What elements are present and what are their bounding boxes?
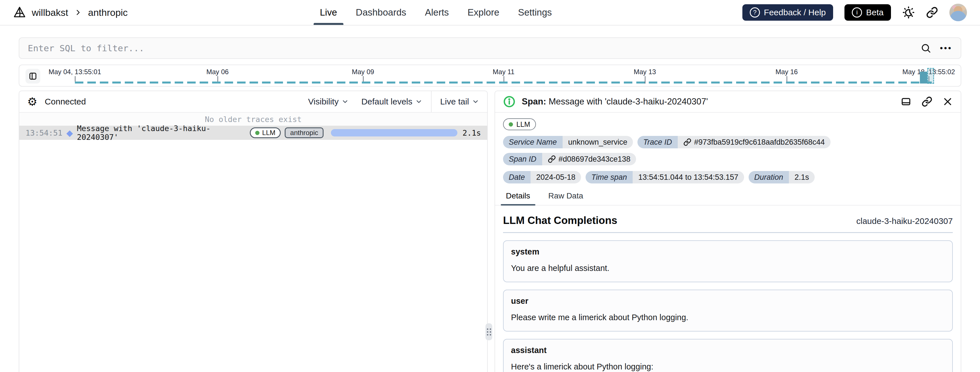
copy-link-button[interactable] [921, 96, 932, 107]
link-icon [548, 155, 556, 163]
tab-raw-data[interactable]: Raw Data [546, 192, 586, 205]
timeline-dashed-baseline [75, 82, 934, 84]
divider [431, 91, 431, 112]
settings-gear-icon[interactable]: ⚙ [27, 96, 37, 107]
chevron-right-icon [74, 9, 82, 16]
service-name-pill: Service Name unknown_service [503, 136, 633, 148]
timeline-histogram-bar [920, 71, 927, 84]
close-icon[interactable] [943, 97, 953, 107]
span-id-pill[interactable]: Span ID #d08697de343ce138 [503, 153, 636, 165]
span-title: Span: Message with 'claude-3-haiku-20240… [522, 97, 708, 107]
duration-pill: Duration 2.1s [749, 171, 815, 184]
llm-tag: LLM [250, 127, 281, 138]
duration-bar [331, 129, 457, 136]
date-pill: Date 2024-05-18 [503, 171, 581, 184]
section-title: LLM Chat Completions [503, 215, 617, 226]
info-circle-green-icon [503, 95, 515, 108]
user-avatar[interactable] [950, 4, 967, 21]
trace-id-pill[interactable]: Trace ID #973fba5919cf9c618aafdb2635f68c… [638, 136, 830, 148]
message-card-assistant: assistant Here's a limerick about Python… [503, 339, 953, 372]
breadcrumb: willbakst anthropic [13, 0, 127, 25]
timeline-panel[interactable]: May 04, 13:55:01 May 06 May 09 May 11 Ma… [19, 65, 961, 87]
connection-status: Connected [45, 97, 86, 106]
tab-alerts[interactable]: Alerts [425, 0, 449, 25]
more-options-button[interactable]: ••• [940, 44, 952, 52]
panel-resize-handle[interactable] [485, 323, 492, 340]
info-circle-icon: i [852, 7, 862, 17]
chevron-down-icon [341, 98, 349, 105]
breadcrumb-project[interactable]: anthropic [88, 7, 127, 18]
time-span-pill: Time span 13:54:51.044 to 13:54:53.157 [585, 171, 744, 184]
model-name: claude-3-haiku-20240307 [856, 216, 953, 226]
timeline-selection-region[interactable] [927, 68, 934, 84]
theme-toggle-button[interactable] [902, 6, 915, 19]
question-circle-icon: ? [750, 7, 760, 17]
split-view-button[interactable] [900, 96, 912, 107]
tab-live[interactable]: Live [320, 0, 337, 25]
span-tabs: Details Raw Data [495, 192, 961, 206]
trace-duration: 2.1s [463, 128, 481, 137]
link-icon [683, 138, 691, 146]
feedback-help-button[interactable]: ? Feedback / Help [742, 4, 833, 21]
search-icon[interactable] [920, 43, 931, 54]
timeline-tick-label: May 16 [776, 68, 798, 76]
green-dot-icon [509, 122, 513, 127]
main-nav: Live Dashboards Alerts Explore Settings [320, 0, 552, 25]
share-link-button[interactable] [926, 6, 938, 18]
timeline-tick-label: May 13 [634, 68, 656, 76]
chevron-down-icon [472, 98, 479, 105]
divider [503, 232, 953, 233]
span-detail-panel: Span: Message with 'claude-3-haiku-20240… [495, 90, 961, 372]
service-tag: anthropic [285, 127, 323, 138]
green-dot-icon [255, 131, 259, 135]
timeline-tick-label: May 11 [493, 68, 515, 76]
trace-row[interactable]: 13:54:51 ◆ Message with 'claude-3-haiku-… [19, 126, 487, 140]
visibility-dropdown[interactable]: Visibility [308, 97, 349, 106]
top-header: willbakst anthropic Live Dashboards Aler… [0, 0, 980, 25]
message-card-user: user Please write me a limerick about Py… [503, 290, 953, 331]
header-actions: ? Feedback / Help i Beta [742, 0, 967, 25]
span-diamond-icon: ◆ [66, 128, 73, 138]
message-card-system: system You are a helpful assistant. [503, 241, 953, 282]
trace-panel-header: ⚙ Connected Visibility Default levels Li… [19, 91, 487, 113]
timeline-tick-label: May 04, 13:55:01 [48, 68, 101, 76]
timeline-tick-label: May 06 [207, 68, 229, 76]
tab-dashboards[interactable]: Dashboards [356, 0, 406, 25]
live-trace-panel: ⚙ Connected Visibility Default levels Li… [19, 90, 488, 372]
default-levels-dropdown[interactable]: Default levels [361, 97, 423, 106]
llm-badge: LLM [503, 118, 536, 130]
tab-details[interactable]: Details [503, 192, 533, 205]
sql-filter-input[interactable] [28, 43, 912, 53]
trace-message: Message with 'claude-3-haiku-20240307' [77, 124, 250, 142]
tab-explore[interactable]: Explore [468, 0, 500, 25]
tab-settings[interactable]: Settings [518, 0, 552, 25]
span-meta-row-2: Date 2024-05-18 Time span 13:54:51.044 t… [503, 171, 953, 184]
trace-timestamp: 13:54:51 [25, 128, 62, 137]
span-meta-row-1: Service Name unknown_service Trace ID #9… [503, 136, 953, 165]
logfire-logo-icon [13, 6, 26, 19]
chevron-down-icon [415, 98, 423, 105]
sql-filter-bar: ••• [19, 37, 961, 59]
sidebar-toggle-button[interactable] [25, 69, 40, 84]
breadcrumb-org[interactable]: willbakst [32, 7, 68, 18]
live-tail-dropdown[interactable]: Live tail [440, 97, 479, 106]
timeline-tick-label: May 09 [352, 68, 374, 76]
span-panel-header: Span: Message with 'claude-3-haiku-20240… [495, 91, 961, 113]
beta-button[interactable]: i Beta [845, 4, 891, 21]
